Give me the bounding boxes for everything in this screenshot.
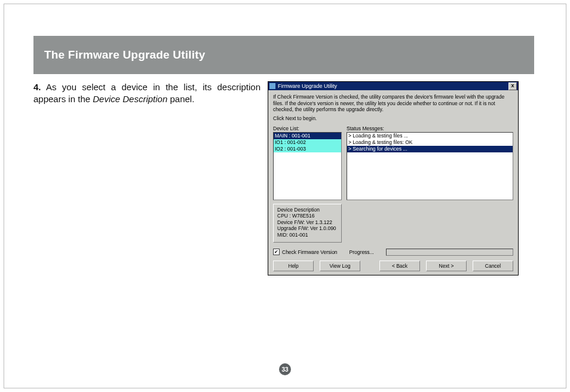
back-button[interactable]: < Back xyxy=(379,261,420,271)
status-label: Status Messges: xyxy=(347,125,513,131)
dialog-title: Firmware Upgrade Utility xyxy=(278,83,508,89)
status-listbox[interactable]: > Loading & testing files ... > Loading … xyxy=(347,132,513,200)
page-number-badge: 33 xyxy=(279,363,291,375)
desc-line: MID: 001-001 xyxy=(277,232,338,238)
desc-heading: Device Description xyxy=(277,207,338,213)
list-item: > Searching for devices ... xyxy=(347,146,513,152)
page-content: The Firmware Upgrade Utility 4. As you s… xyxy=(33,36,534,275)
instruction-paragraph: 4. As you select a device in the list, i… xyxy=(33,81,261,106)
instruction-text-b: panel. xyxy=(167,94,194,104)
body-row: 4. As you select a device in the list, i… xyxy=(33,81,534,275)
help-button[interactable]: Help xyxy=(273,261,314,271)
list-item[interactable]: MAIN : 001-001 xyxy=(274,133,341,139)
close-icon[interactable]: x xyxy=(508,82,517,90)
dialog-body: If Check Firmware Version is checked, th… xyxy=(268,90,518,275)
device-list-column: Device List: MAIN : 001-001 IO1 : 001-00… xyxy=(273,125,342,243)
page-number: 33 xyxy=(281,366,288,373)
viewlog-button[interactable]: View Log xyxy=(320,261,360,271)
check-firmware-checkbox[interactable]: ✔ Check Firmware Version xyxy=(273,249,338,255)
next-button[interactable]: Next > xyxy=(426,261,467,271)
instruction-italic: Device Description xyxy=(93,94,167,104)
status-column: Status Messges: > Loading & testing file… xyxy=(347,125,513,243)
dialog-titlebar: Firmware Upgrade Utility x xyxy=(268,82,518,90)
list-item: > Loading & testing files ... xyxy=(347,133,513,139)
device-listbox[interactable]: MAIN : 001-001 IO1 : 001-002 IO2 : 001-0… xyxy=(273,132,342,200)
list-item: > Loading & testing files: OK xyxy=(347,139,513,146)
checkbox-icon: ✔ xyxy=(273,249,280,255)
device-description-panel: Device Description CPU : W78E516 Device … xyxy=(273,204,342,243)
list-item[interactable]: IO2 : 001-003 xyxy=(274,146,341,152)
cancel-button[interactable]: Cancel xyxy=(473,261,513,271)
section-title: The Firmware Upgrade Utility xyxy=(44,48,206,62)
button-row: Help View Log < Back Next > Cancel xyxy=(273,261,513,271)
step-number: 4. xyxy=(33,82,41,92)
checkbox-label: Check Firmware Version xyxy=(282,249,338,255)
desc-line: Upgrade F/W: Ver 1.0.090 xyxy=(277,225,338,232)
options-row: ✔ Check Firmware Version Progress... xyxy=(273,249,513,256)
note-line-2: Click Next to begin. xyxy=(273,115,513,122)
firmware-dialog: Firmware Upgrade Utility x If Check Firm… xyxy=(268,81,519,275)
desc-line: Device F/W: Ver 1.3.122 xyxy=(277,219,338,226)
device-list-label: Device List: xyxy=(273,125,342,131)
note-line-1: If Check Firmware Version is checked, th… xyxy=(273,94,513,113)
progress-label: Progress... xyxy=(350,249,374,255)
section-header: The Firmware Upgrade Utility xyxy=(33,36,534,74)
list-item[interactable]: IO1 : 001-002 xyxy=(274,139,341,146)
app-icon xyxy=(269,83,275,89)
dialog-note: If Check Firmware Version is checked, th… xyxy=(273,94,513,122)
progress-bar xyxy=(386,249,513,256)
lists-row: Device List: MAIN : 001-001 IO1 : 001-00… xyxy=(273,125,513,243)
desc-line: CPU : W78E516 xyxy=(277,213,338,219)
